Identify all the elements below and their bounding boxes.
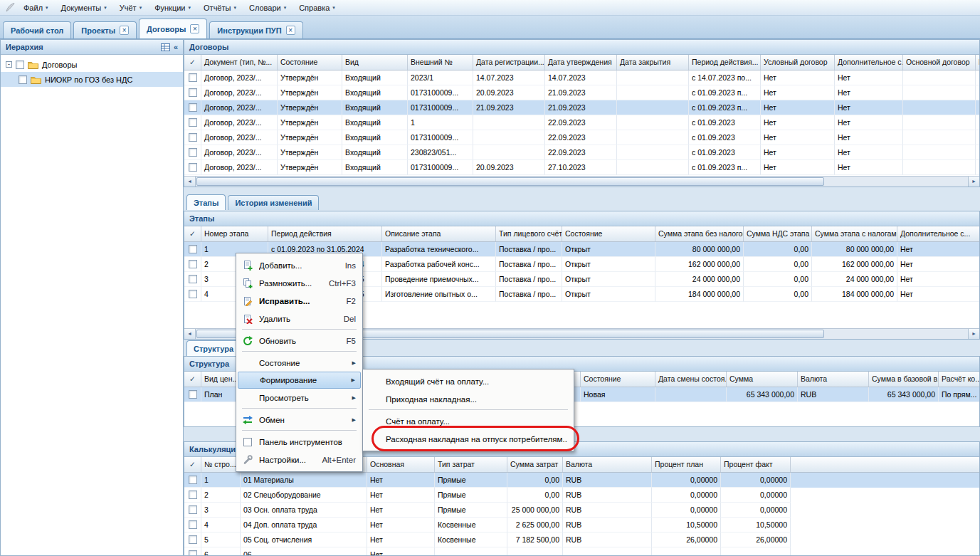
column-header[interactable]: Период действия... [689,55,761,70]
context-menu-item[interactable]: Исправить...F2 [238,292,361,310]
column-header[interactable]: Дата смены состоя... [655,372,727,387]
row-checkbox[interactable] [189,390,197,399]
row-checkbox[interactable] [189,88,197,97]
table-row[interactable]: Договор, 2023/...УтверждёнВходящий017310… [184,100,979,115]
tree-collapse-icon[interactable]: - [6,61,12,68]
context-menu-item[interactable]: Формирование▶ [238,372,361,389]
table-row[interactable]: 303 Осн. оплата трудаНетПрямые25 000 000… [184,503,979,518]
row-checkbox[interactable] [189,476,197,484]
context-menu-item[interactable]: Входящий счёт на оплату... [364,372,572,390]
column-header[interactable]: Дополнительное с... [835,55,903,70]
column-header[interactable]: Внешний № [408,55,473,70]
column-header[interactable]: Сумма этапа без налогов [655,226,744,241]
collapse-panel-icon[interactable]: « [174,43,178,51]
table-row[interactable]: 505 Соц. отчисленияНетКосвенные7 182 500… [184,533,979,547]
tree-node-root[interactable]: - Договоры [1,57,183,72]
menubar-item[interactable]: Документы▾ [55,1,113,14]
column-header[interactable]: Ц... [976,55,979,70]
tree-node-checkbox[interactable] [19,75,27,84]
row-checkbox[interactable] [189,505,197,514]
row-checkbox[interactable] [189,535,197,544]
column-header[interactable]: Вид [342,55,408,70]
scroll-left-icon[interactable]: ◄ [184,177,196,187]
tab-close-icon[interactable]: × [120,26,129,35]
view-grid-icon[interactable] [161,43,170,51]
column-header[interactable]: Состояние [278,55,342,70]
row-checkbox[interactable] [189,260,197,268]
context-menu-item[interactable]: Панель инструментов [238,433,361,451]
table-row[interactable]: Договор, 2023/...УтверждёнВходящий017310… [184,85,979,100]
scroll-right-icon[interactable]: ► [968,177,979,187]
tab-close-icon[interactable]: × [286,26,295,35]
context-menu-item[interactable]: Обмен▶ [238,411,361,429]
column-header[interactable]: Валюта [563,457,652,472]
column-header[interactable]: № стро... [201,457,241,472]
tab-item[interactable]: Инструкции ПУП× [209,21,302,38]
row-checkbox[interactable] [189,491,197,499]
column-header[interactable]: Сумма НДС этапа [744,226,812,241]
column-header[interactable]: Условный договор [761,55,835,70]
row-checkbox[interactable] [189,520,197,529]
tab-item[interactable]: Проекты× [73,21,137,38]
column-header[interactable]: Дополнительное с... [897,226,979,241]
row-checkbox[interactable] [189,133,197,142]
table-row[interactable]: 404 Доп. оплата трудаНетКосвенные2 625 0… [184,518,979,533]
column-header[interactable]: Состояние [562,226,655,241]
column-header[interactable]: Основная [367,457,435,472]
row-checkbox[interactable] [189,118,197,127]
column-header[interactable]: Дата регистрации... [473,55,545,70]
menubar-item[interactable]: Функции▾ [148,1,197,14]
column-header[interactable]: Описание этапа [382,226,496,241]
context-menu-item[interactable]: Состояние▶ [238,354,361,372]
menubar-item[interactable]: Справка▾ [293,1,342,14]
context-menu-item[interactable]: Расходная накладная на отпуск потребител… [364,430,572,448]
table-row[interactable]: Договор, 2023/...УтверждёнВходящий122.09… [184,115,979,130]
column-header[interactable]: Номер этапа [201,226,268,241]
scroll-right-icon[interactable]: ► [968,329,979,339]
tab-item[interactable]: Этапы [186,194,226,210]
context-menu-item[interactable]: Размножить...Ctrl+F3 [238,274,361,292]
tree-node-child[interactable]: НИОКР по ГОЗ без НДС [1,72,183,87]
menubar-item[interactable]: Файл▾ [17,1,55,14]
row-checkbox[interactable] [189,290,197,298]
context-menu-item[interactable]: ОбновитьF5 [238,332,361,350]
scroll-thumb[interactable] [196,177,824,186]
row-checkbox[interactable] [189,245,197,253]
context-menu-item[interactable]: Счёт на оплату... [364,412,572,430]
column-header[interactable]: Основной договор [903,55,976,70]
tab-item[interactable]: Структура [186,340,241,356]
context-menu-item[interactable]: Добавить...Ins [238,256,361,274]
row-checkbox[interactable] [189,163,197,172]
column-header[interactable]: Дата утверждения [545,55,617,70]
table-row[interactable]: Договор, 2023/...УтверждёнВходящий017310… [184,160,979,175]
column-header[interactable]: Период действия [268,226,382,241]
horizontal-scrollbar[interactable]: ◄ ► [184,176,979,187]
column-header[interactable]: Сумма затрат [507,457,563,472]
context-menu-item[interactable]: УдалитьDel [238,310,361,327]
table-row[interactable]: 202 СпецоборудованиеНетПрямые0,00RUB0,00… [184,488,979,503]
row-checkbox[interactable] [189,275,197,283]
column-header[interactable]: Тип лицевого счёт... [496,226,562,241]
table-row[interactable]: 606Нет [184,547,979,555]
tab-item[interactable]: История изменений [228,195,319,210]
column-header[interactable]: Сумма этапа с налогами [812,226,897,241]
table-row[interactable]: 101 МатериалыНетПрямые0,00RUB0,000000,00… [184,473,979,488]
column-header[interactable]: Состояние [581,372,655,387]
column-header[interactable]: Процент факт [721,457,791,472]
menubar-item[interactable]: Словари▾ [243,1,293,14]
column-header[interactable]: Сумма в базовой в... [869,372,939,387]
column-header[interactable]: Процент план [652,457,721,472]
column-header[interactable]: Дата закрытия [617,55,689,70]
row-checkbox[interactable] [189,73,197,82]
table-row[interactable]: Договор, 2023/...УтверждёнВходящий230823… [184,145,979,160]
table-row[interactable]: Договор, 2023/...УтверждёнВходящий2023/1… [184,70,979,85]
scroll-left-icon[interactable]: ◄ [184,329,196,339]
table-row[interactable]: Договор, 2023/...УтверждёнВходящий017310… [184,130,979,145]
column-header[interactable]: Документ (тип, №... [201,55,278,70]
context-menu-item[interactable]: Просмотреть▶ [238,389,361,406]
column-header[interactable]: Расчёт ко... [939,372,979,387]
tab-item[interactable]: Рабочий стол [3,21,71,38]
tab-item[interactable]: Договоры× [139,19,207,38]
context-menu-item[interactable]: Настройки...Alt+Enter [238,451,361,468]
row-checkbox[interactable] [189,550,197,555]
